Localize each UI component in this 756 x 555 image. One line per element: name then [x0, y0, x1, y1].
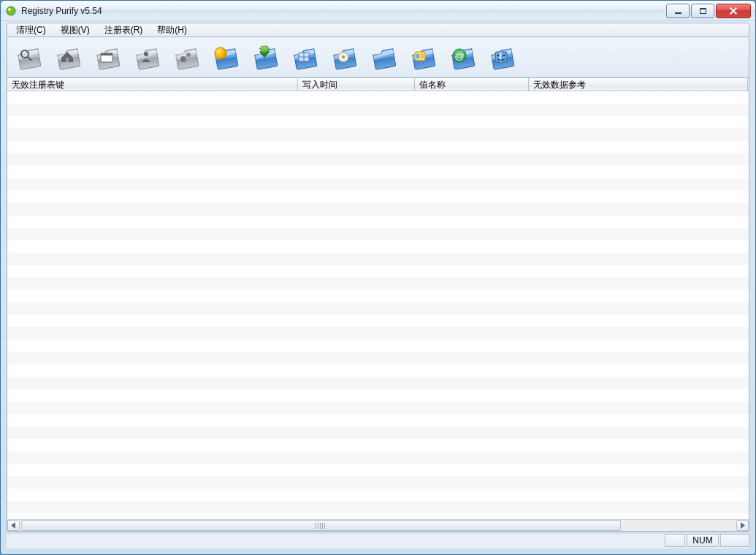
table-row[interactable]: [7, 364, 749, 377]
svg-point-0: [7, 7, 15, 15]
tool-scan-icon[interactable]: [13, 42, 45, 74]
table-row[interactable]: [7, 215, 749, 228]
scroll-track[interactable]: [21, 520, 735, 531]
table-row[interactable]: [7, 315, 749, 327]
table-row[interactable]: [7, 340, 749, 352]
table-row[interactable]: [7, 327, 749, 340]
status-pane-num: NUM: [687, 534, 719, 547]
menu-clean[interactable]: 清理(C): [9, 23, 53, 38]
svg-point-8: [180, 56, 186, 62]
svg-point-10: [215, 47, 226, 59]
tool-new-icon[interactable]: [210, 42, 243, 74]
column-header-invalid_key[interactable]: 无效注册表键: [7, 78, 298, 91]
svg-rect-4: [66, 58, 69, 62]
tool-finder-icon[interactable]: [486, 42, 519, 74]
status-bar: NUM: [7, 534, 749, 548]
svg-point-24: [503, 54, 505, 56]
tool-window-icon[interactable]: [289, 42, 321, 74]
table-row[interactable]: [7, 302, 749, 315]
svg-rect-17: [416, 54, 419, 58]
tool-program-icon[interactable]: [92, 42, 124, 74]
column-header: 无效注册表键写入时间值名称无效数据参考: [7, 78, 749, 91]
svg-point-9: [186, 53, 191, 57]
tool-email-icon[interactable]: @: [447, 42, 479, 74]
window-maximize-button[interactable]: [691, 4, 714, 18]
tool-import-icon[interactable]: [250, 42, 282, 74]
title-bar[interactable]: Registry Purify v5.54: [1, 1, 755, 21]
svg-point-15: [342, 56, 345, 58]
window-close-button[interactable]: [716, 4, 751, 18]
tool-settings-icon[interactable]: [171, 42, 203, 74]
table-row[interactable]: [7, 476, 749, 489]
table-row[interactable]: [7, 203, 749, 215]
table-row[interactable]: [7, 228, 749, 240]
tool-contacts-icon[interactable]: [408, 42, 440, 74]
svg-point-23: [497, 54, 499, 56]
window-title: Registry Purify v5.54: [21, 6, 102, 16]
table-row[interactable]: [7, 104, 749, 116]
table-row[interactable]: [7, 377, 749, 389]
table-row[interactable]: [7, 278, 749, 290]
table-row[interactable]: [7, 451, 749, 464]
svg-point-7: [144, 52, 148, 56]
table-row[interactable]: [7, 501, 749, 513]
horizontal-scrollbar[interactable]: [7, 519, 749, 532]
table-row[interactable]: [7, 240, 749, 253]
status-pane-empty: [665, 534, 685, 547]
table-row[interactable]: [7, 439, 749, 451]
svg-point-1: [8, 8, 11, 11]
menu-view[interactable]: 视图(V): [53, 23, 97, 38]
status-pane-grip: [720, 534, 749, 547]
table-row[interactable]: [7, 265, 749, 278]
table-row[interactable]: [7, 389, 749, 402]
table-row[interactable]: [7, 129, 749, 141]
tool-folder-icon[interactable]: [368, 42, 400, 74]
table-row[interactable]: [7, 352, 749, 364]
menu-bar: 清理(C) 视图(V) 注册表(R) 帮助(H): [7, 23, 749, 37]
table-row[interactable]: [7, 191, 749, 203]
table-row[interactable]: [7, 290, 749, 302]
table-row[interactable]: [7, 464, 749, 476]
table-row[interactable]: [7, 489, 749, 501]
svg-text:@: @: [455, 50, 465, 61]
table-row[interactable]: [7, 91, 749, 104]
column-header-write_time[interactable]: 写入时间: [298, 78, 415, 91]
table-row[interactable]: [7, 402, 749, 414]
table-row[interactable]: [7, 253, 749, 265]
tool-home-icon[interactable]: [53, 42, 85, 74]
table-row[interactable]: [7, 116, 749, 129]
result-list[interactable]: [7, 91, 749, 519]
scroll-right-button[interactable]: [736, 520, 749, 531]
scroll-left-button[interactable]: [7, 520, 20, 531]
toolbar: @: [7, 37, 749, 78]
table-row[interactable]: [7, 426, 749, 439]
table-row[interactable]: [7, 414, 749, 426]
column-header-value_name[interactable]: 值名称: [415, 78, 529, 91]
window-minimize-button[interactable]: [666, 4, 690, 18]
menu-help[interactable]: 帮助(H): [150, 23, 194, 38]
svg-rect-6: [101, 53, 112, 56]
table-row[interactable]: [7, 141, 749, 153]
table-row[interactable]: [7, 153, 749, 166]
table-row[interactable]: [7, 166, 749, 178]
column-header-invalid_ref[interactable]: 无效数据参考: [529, 78, 748, 91]
tool-user-icon[interactable]: [131, 42, 164, 74]
tool-disc-icon[interactable]: [329, 42, 361, 74]
menu-registry[interactable]: 注册表(R): [97, 23, 150, 38]
app-icon: [5, 5, 17, 17]
table-row[interactable]: [7, 178, 749, 191]
scroll-thumb[interactable]: [21, 520, 621, 531]
app-window: Registry Purify v5.54 清理(C) 视图(V) 注册表(R)…: [0, 0, 756, 555]
